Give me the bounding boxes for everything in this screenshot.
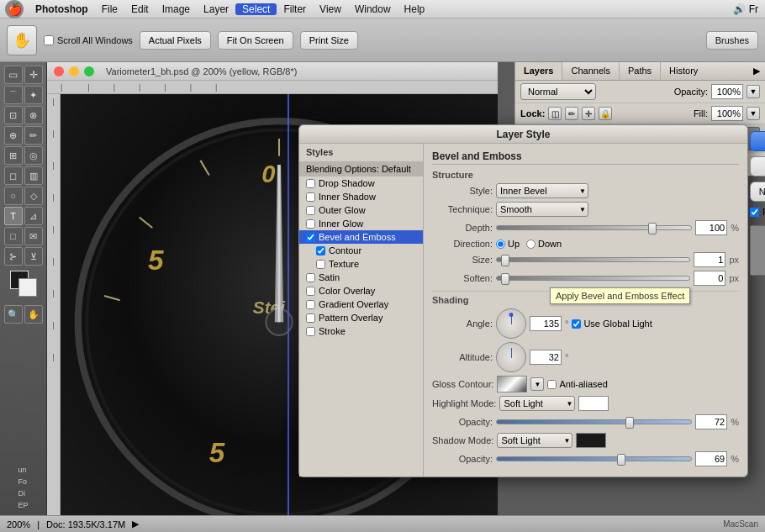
style-item-pattern-overlay[interactable]: Pattern Overlay — [299, 311, 423, 324]
actual-pixels-btn[interactable]: Actual Pixels — [140, 31, 211, 50]
menu-view[interactable]: View — [313, 3, 348, 15]
color-overlay-checkbox[interactable] — [306, 287, 315, 296]
apple-menu-icon[interactable]: 🍎 — [5, 0, 24, 18]
menu-photoshop[interactable]: Photoshop — [29, 3, 95, 15]
blend-mode-select[interactable]: Normal — [520, 83, 596, 100]
layers-menu-icon[interactable]: ▶ — [748, 62, 765, 80]
print-size-btn[interactable]: Print Size — [300, 31, 358, 50]
depth-input[interactable] — [695, 220, 727, 235]
anti-aliased-label[interactable]: Anti-aliased — [547, 379, 607, 389]
tool-magic[interactable]: ✦ — [24, 86, 43, 104]
anti-aliased-checkbox[interactable] — [547, 380, 557, 389]
shadow-opacity-thumb[interactable] — [617, 454, 625, 466]
tool-crop[interactable]: ⊡ — [4, 106, 23, 124]
shadow-opacity-slider[interactable] — [496, 456, 692, 461]
altitude-input[interactable] — [530, 350, 562, 365]
lock-move-icon[interactable]: ✛ — [582, 107, 595, 120]
contour-checkbox[interactable] — [316, 246, 325, 255]
altitude-widget[interactable] — [496, 342, 526, 372]
tool-dodge[interactable]: ○ — [4, 187, 23, 205]
satin-checkbox[interactable] — [306, 273, 315, 282]
preview-label[interactable]: Preview — [750, 207, 765, 217]
tool-icon[interactable]: ✋ — [7, 25, 37, 55]
tool-eyedrop[interactable]: ⊱ — [4, 247, 23, 266]
direction-down-label[interactable]: Down — [526, 239, 562, 249]
gloss-contour-arrow[interactable]: ▼ — [530, 377, 544, 391]
style-item-drop-shadow[interactable]: Drop Shadow — [299, 176, 423, 190]
size-slider[interactable] — [496, 257, 690, 262]
cancel-button[interactable]: Cancel — [750, 156, 765, 176]
highlight-opacity-input[interactable] — [695, 414, 727, 429]
tool-lasso[interactable]: ⌒ — [4, 86, 23, 104]
tool-pen[interactable]: ◇ — [24, 187, 43, 205]
soften-slider-thumb[interactable] — [501, 273, 509, 285]
angle-widget[interactable] — [496, 308, 526, 339]
pattern-overlay-checkbox[interactable] — [306, 313, 315, 323]
menu-image[interactable]: Image — [156, 3, 197, 15]
highlight-opacity-thumb[interactable] — [625, 417, 634, 429]
direction-up-label[interactable]: Up — [496, 239, 520, 249]
menu-help[interactable]: Help — [398, 3, 432, 15]
tool-zoom[interactable]: 🔍 — [4, 305, 23, 324]
lock-all-icon[interactable]: 🔒 — [599, 107, 612, 120]
style-item-bevel-emboss[interactable]: Bevel and Emboss — [299, 230, 423, 244]
shadow-mode-select[interactable]: Soft Light — [497, 433, 572, 448]
fill-input[interactable] — [711, 106, 743, 121]
new-style-button[interactable]: New Style... — [750, 182, 765, 202]
inner-glow-checkbox[interactable] — [306, 219, 315, 229]
tool-history[interactable]: ◎ — [24, 146, 43, 165]
tool-selection[interactable]: ▭ — [4, 66, 23, 84]
gradient-overlay-checkbox[interactable] — [306, 300, 315, 309]
style-item-inner-shadow[interactable]: Inner Shadow — [299, 190, 423, 203]
tool-measure[interactable]: ⊻ — [24, 247, 43, 266]
style-item-gradient-overlay[interactable]: Gradient Overlay — [299, 298, 423, 311]
maximize-icon[interactable] — [84, 66, 94, 76]
size-input[interactable] — [694, 252, 725, 267]
bevel-emboss-checkbox[interactable] — [306, 233, 315, 242]
style-item-color-overlay[interactable]: Color Overlay — [299, 284, 423, 298]
shadow-color-swatch[interactable] — [576, 433, 606, 448]
style-item-stroke[interactable]: Stroke — [299, 324, 423, 338]
depth-slider[interactable] — [496, 225, 692, 230]
size-slider-thumb[interactable] — [501, 255, 509, 266]
depth-slider-thumb[interactable] — [648, 223, 657, 234]
tool-hand[interactable]: ✋ — [24, 305, 43, 324]
tool-slice[interactable]: ⊗ — [24, 106, 43, 124]
style-select[interactable]: Inner Bevel — [496, 183, 588, 198]
preview-checkbox[interactable] — [750, 208, 759, 217]
opacity-arrow[interactable]: ▼ — [747, 85, 760, 98]
menu-window[interactable]: Window — [348, 3, 398, 15]
tool-brush[interactable]: ✏ — [24, 126, 43, 145]
tool-clone[interactable]: ⊞ — [4, 146, 23, 165]
menu-layer[interactable]: Layer — [197, 3, 235, 15]
layers-tab-layers[interactable]: Layers — [515, 62, 562, 80]
fit-on-screen-btn[interactable]: Fit On Screen — [218, 31, 293, 50]
direction-up-radio[interactable] — [496, 240, 505, 249]
minimize-icon[interactable] — [69, 66, 79, 76]
tool-heal[interactable]: ⊕ — [4, 126, 23, 145]
tool-move[interactable]: ✛ — [24, 66, 43, 84]
tool-notes[interactable]: ✉ — [24, 227, 43, 245]
shadow-opacity-input[interactable] — [695, 451, 727, 466]
layers-tab-channels[interactable]: Channels — [562, 62, 619, 80]
menu-edit[interactable]: Edit — [124, 3, 156, 15]
style-item-inner-glow[interactable]: Inner Glow — [299, 217, 423, 230]
technique-select[interactable]: Smooth — [496, 202, 588, 217]
opacity-input[interactable] — [711, 84, 743, 99]
lock-paint-icon[interactable]: ✏ — [565, 107, 578, 120]
background-color[interactable] — [18, 278, 37, 297]
style-item-satin[interactable]: Satin — [299, 271, 423, 284]
lock-transparency-icon[interactable]: ◫ — [548, 107, 562, 120]
style-item-blending[interactable]: Blending Options: Default — [299, 161, 423, 176]
direction-down-radio[interactable] — [526, 240, 536, 249]
highlight-opacity-slider[interactable] — [496, 419, 692, 424]
stroke-checkbox[interactable] — [306, 327, 315, 336]
inner-shadow-checkbox[interactable] — [306, 192, 315, 202]
layers-tab-history[interactable]: History — [661, 62, 706, 80]
soften-slider[interactable] — [496, 276, 690, 281]
style-item-outer-glow[interactable]: Outer Glow — [299, 203, 423, 217]
layers-tab-paths[interactable]: Paths — [620, 62, 661, 80]
menu-select[interactable]: Select — [235, 3, 277, 15]
fill-arrow[interactable]: ▼ — [747, 107, 760, 120]
tool-rect[interactable]: □ — [4, 227, 23, 245]
